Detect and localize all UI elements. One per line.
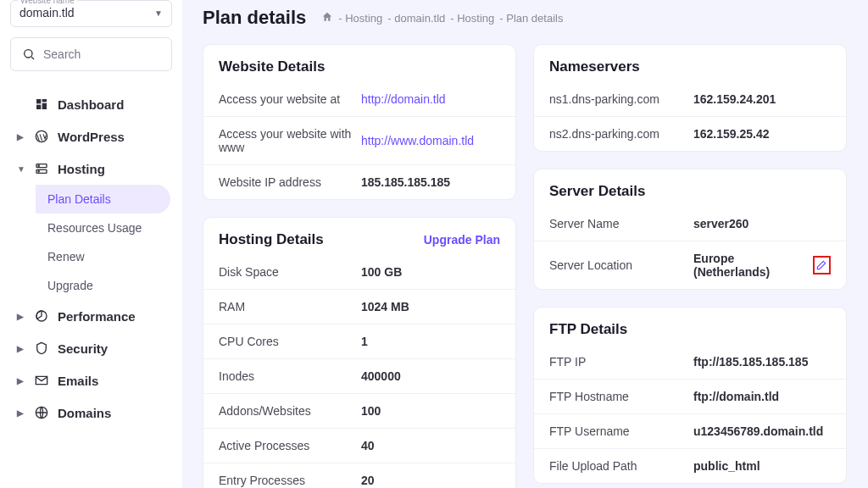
row-label: Inodes xyxy=(219,369,361,383)
wordpress-icon xyxy=(34,129,49,144)
table-row: Access your website with wwwhttp://www.d… xyxy=(203,116,515,164)
home-icon[interactable] xyxy=(321,11,333,25)
breadcrumb-item[interactable]: Hosting xyxy=(450,12,494,25)
row-value: public_html xyxy=(693,459,760,473)
website-selector-label: Website name xyxy=(18,0,77,5)
table-row: File Upload Pathpublic_html xyxy=(534,448,846,483)
table-row: CPU Cores1 xyxy=(203,324,515,358)
table-row: Inodes400000 xyxy=(203,358,515,393)
row-value: ftp://185.185.185.185 xyxy=(693,355,808,369)
row-label: Access your website at xyxy=(219,92,361,106)
sidebar-item-label: Security xyxy=(58,341,108,356)
breadcrumb-item[interactable]: domain.tld xyxy=(387,12,445,25)
card-body: Disk Space100 GBRAM1024 MBCPU Cores1Inod… xyxy=(203,255,515,488)
row-label: Entry Processes xyxy=(219,474,361,487)
card-title: Nameservers xyxy=(549,58,640,75)
sidebar-item-renew[interactable]: Renew xyxy=(36,242,175,271)
hosting-icon xyxy=(34,161,49,176)
sidebar-item-domains[interactable]: ▶ Domains xyxy=(7,396,175,429)
card-title: Hosting Details xyxy=(219,231,324,248)
website-selector[interactable]: Website name domain.tld ▼ xyxy=(10,0,172,27)
table-row: Access your website athttp://domain.tld xyxy=(203,82,515,116)
row-label: File Upload Path xyxy=(549,459,693,473)
row-value: 1024 MB xyxy=(361,300,409,313)
table-row: ns2.dns-parking.com162.159.25.42 xyxy=(534,116,846,151)
row-value: 20 xyxy=(361,474,375,487)
sidebar-item-upgrade[interactable]: Upgrade xyxy=(36,271,175,300)
card-body: FTP IPftp://185.185.185.185FTP Hostnamef… xyxy=(534,345,846,483)
sidebar-item-emails[interactable]: ▶ Emails xyxy=(7,364,175,396)
row-value-link[interactable]: http://www.domain.tld xyxy=(361,134,474,147)
row-value: 1 xyxy=(361,335,368,348)
row-label: RAM xyxy=(219,300,361,313)
breadcrumb: Hosting domain.tld Hosting Plan details xyxy=(321,11,563,25)
row-label: Server Location xyxy=(549,258,693,272)
nameservers-card: Nameservers ns1.dns-parking.com162.159.2… xyxy=(533,44,847,152)
ftp-details-card: FTP Details FTP IPftp://185.185.185.185F… xyxy=(533,307,847,484)
card-title: Website Details xyxy=(219,58,325,75)
sidebar-item-performance[interactable]: ▶ Performance xyxy=(7,300,175,332)
page-title: Plan details xyxy=(203,7,306,29)
row-value-link[interactable]: http://domain.tld xyxy=(361,92,446,106)
row-value: 40 xyxy=(361,439,375,452)
row-label: FTP IP xyxy=(549,355,693,369)
row-value: 185.185.185.185 xyxy=(361,175,450,189)
performance-icon xyxy=(34,308,49,324)
row-value: 400000 xyxy=(361,369,401,383)
card-title: Server Details xyxy=(549,183,645,200)
breadcrumb-item[interactable]: Hosting xyxy=(338,12,382,25)
row-label: Access your website with www xyxy=(219,127,361,154)
page-header: Plan details Hosting domain.tld Hosting … xyxy=(203,0,861,44)
table-row: Server Nameserver260 xyxy=(534,207,846,241)
upgrade-plan-link[interactable]: Upgrade Plan xyxy=(424,233,500,247)
sidebar-item-security[interactable]: ▶ Security xyxy=(7,332,175,364)
nav: ▶ Dashboard ▶ WordPress ▼ Hosting Plan D… xyxy=(7,88,175,429)
table-row: FTP Usernameu123456789.domain.tld xyxy=(534,413,846,448)
sidebar-item-wordpress[interactable]: ▶ WordPress xyxy=(7,120,175,152)
row-label: CPU Cores xyxy=(219,335,361,348)
search-placeholder: Search xyxy=(43,47,81,61)
sidebar-item-label: Hosting xyxy=(58,162,105,176)
dashboard-icon xyxy=(34,97,49,112)
sidebar-item-dashboard[interactable]: ▶ Dashboard xyxy=(7,88,175,120)
card-body: ns1.dns-parking.com162.159.24.201ns2.dns… xyxy=(534,82,846,151)
table-row: Entry Processes20 xyxy=(203,463,515,488)
row-value: server260 xyxy=(693,217,748,230)
shield-icon xyxy=(34,341,49,356)
globe-icon xyxy=(34,405,49,420)
row-value: u123456789.domain.tld xyxy=(693,424,823,438)
table-row: ns1.dns-parking.com162.159.24.201 xyxy=(534,82,846,116)
sidebar-item-label: Domains xyxy=(58,406,111,420)
card-body: Server Nameserver260Server LocationEurop… xyxy=(534,207,846,289)
server-details-card: Server Details Server Nameserver260Serve… xyxy=(533,169,847,290)
table-row: FTP IPftp://185.185.185.185 xyxy=(534,345,846,379)
email-icon xyxy=(34,373,49,388)
svg-rect-3 xyxy=(42,99,47,102)
row-value: 100 xyxy=(361,404,381,418)
sidebar-item-hosting[interactable]: ▼ Hosting xyxy=(7,152,175,185)
sidebar-item-resources-usage[interactable]: Resources Usage xyxy=(36,214,175,242)
table-row: FTP Hostnameftp://domain.tld xyxy=(534,379,846,413)
svg-rect-5 xyxy=(36,105,41,109)
sidebar-item-label: Dashboard xyxy=(58,97,124,112)
table-row: Active Processes40 xyxy=(203,428,515,463)
card-title: FTP Details xyxy=(549,321,627,338)
svg-line-1 xyxy=(31,57,34,59)
sidebar-item-plan-details[interactable]: Plan Details xyxy=(36,185,170,214)
edit-location-button[interactable] xyxy=(813,256,831,274)
svg-rect-4 xyxy=(42,103,47,109)
row-value: 100 GB xyxy=(361,265,402,279)
website-selector-value: domain.tld xyxy=(19,6,75,19)
svg-point-10 xyxy=(38,171,39,172)
card-body: Access your website athttp://domain.tldA… xyxy=(203,82,515,199)
table-row: Server LocationEurope (Netherlands) xyxy=(534,241,846,289)
row-label: FTP Username xyxy=(549,424,693,438)
chevron-down-icon: ▼ xyxy=(154,8,163,18)
row-value: ftp://domain.tld xyxy=(693,390,779,403)
main-content: Plan details Hosting domain.tld Hosting … xyxy=(182,0,868,488)
sidebar: Website name domain.tld ▼ Search ▶ Dashb… xyxy=(0,0,182,488)
search-input[interactable]: Search xyxy=(10,37,172,71)
table-row: RAM1024 MB xyxy=(203,289,515,324)
hosting-subnav: Plan Details Resources Usage Renew Upgra… xyxy=(7,185,175,300)
table-row: Addons/Websites100 xyxy=(203,393,515,428)
